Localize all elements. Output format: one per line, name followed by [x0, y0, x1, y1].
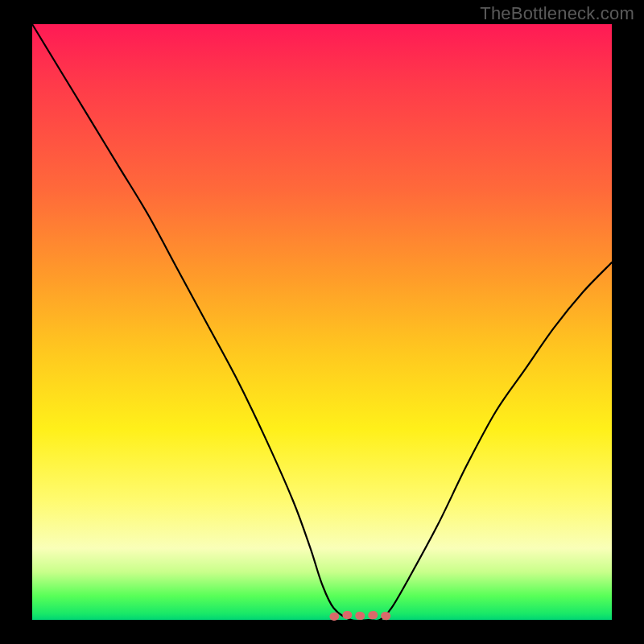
bottleneck-curve [32, 24, 612, 621]
plot-area [32, 24, 612, 620]
watermark-text: TheBottleneck.com [480, 3, 634, 24]
curve-svg [32, 24, 612, 620]
chart-frame: TheBottleneck.com [0, 0, 644, 644]
